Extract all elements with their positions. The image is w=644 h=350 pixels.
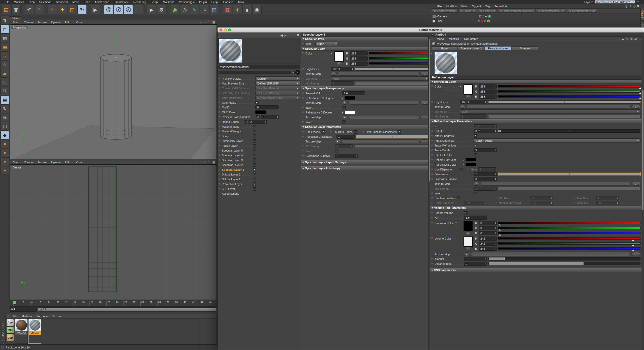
anim-dot[interactable] — [431, 149, 433, 151]
main-menu-item[interactable]: Snap — [81, 1, 93, 4]
texture-map-field[interactable] — [471, 252, 631, 256]
viewport-menu-item[interactable]: Camere — [21, 21, 36, 24]
channel-row[interactable]: Diffuse Layer 1 — [219, 172, 300, 177]
chevron-down-icon[interactable]: ▾ — [431, 52, 433, 55]
viewport-menu-item[interactable]: Viste — [11, 21, 21, 24]
add-material-button[interactable]: ▦ — [223, 5, 232, 14]
object-row-camera[interactable]: Camera ⊕ — [431, 14, 640, 19]
scrollbar[interactable] — [642, 33, 644, 350]
texture-arrow-button[interactable] — [342, 115, 348, 119]
brightness-slider[interactable] — [355, 67, 429, 71]
channel-checkbox[interactable] — [253, 187, 256, 191]
chevron-right-icon[interactable]: ▸ — [463, 159, 464, 161]
matid-input[interactable]: 0 — [255, 105, 279, 109]
channel-row[interactable]: Specular Layer 3 — [219, 158, 300, 162]
environment-button[interactable]: ☀ — [233, 5, 242, 14]
fix-dark-edges-checkbox[interactable] — [354, 130, 357, 134]
channel-checkbox[interactable]: ✔ — [253, 182, 256, 186]
pan-view-icon[interactable]: + — [199, 161, 203, 164]
b-slider[interactable] — [498, 247, 640, 250]
b-slider[interactable] — [369, 62, 429, 65]
om-menu-item[interactable]: Segnalibri — [492, 5, 509, 8]
anim-dot[interactable] — [302, 43, 304, 45]
channel-checkbox[interactable] — [253, 149, 256, 152]
om-menu-item[interactable]: Oggetti — [470, 5, 483, 8]
coordinate-system-button[interactable]: ∟ — [134, 5, 143, 14]
main-menu-item[interactable]: Strumenti — [54, 1, 70, 4]
channel-row[interactable]: Specular Layer 4 — [219, 153, 300, 158]
channel-checkbox[interactable] — [253, 134, 256, 138]
channel-row[interactable]: Luminosity Layer — [219, 138, 300, 143]
anim-dot[interactable] — [431, 222, 433, 224]
polygons-mode-button[interactable]: ▰ — [1, 69, 9, 78]
distance-bias-input[interactable]: 0 — [464, 262, 487, 266]
anim-dot[interactable] — [431, 212, 433, 214]
anim-dot[interactable] — [302, 111, 304, 113]
texture-arrow-button[interactable] — [335, 140, 341, 143]
reflect-exit-color-swatch[interactable] — [466, 158, 476, 161]
pointer-icon[interactable]: ▲ — [622, 37, 625, 41]
editor-unchanged-button[interactable]: ▦Editor Invariato — [432, 9, 458, 13]
shader-badge-adv[interactable]: Adv — [6, 319, 14, 326]
convert-tool-button[interactable]: ⇅ — [1, 16, 9, 25]
brightness-input[interactable]: 100 % — [331, 67, 354, 71]
main-menu-item[interactable]: Sculpt — [148, 1, 161, 4]
material-thumbnail[interactable]: VRayAd — [15, 319, 28, 344]
mtlid-color-swatch[interactable] — [255, 110, 266, 114]
spline-pen-button[interactable]: ✎ — [190, 5, 199, 14]
texture-map-field[interactable] — [467, 105, 631, 109]
tab-refraction-layer[interactable]: Refraction Layer — [485, 46, 511, 50]
expand-color-button[interactable] — [465, 231, 471, 235]
volume-ior-input[interactable]: 1.6 — [464, 216, 487, 220]
texture-map-field[interactable] — [349, 101, 419, 105]
add-null-button[interactable]: ◉ — [170, 5, 179, 14]
renderer-on-button[interactable]: ▤Renderizzatore On — [536, 9, 566, 13]
anim-dot[interactable] — [302, 68, 304, 70]
assign-section-label-row[interactable]: Assegnazione — [219, 191, 300, 196]
use-exit-color-checkbox[interactable] — [474, 153, 477, 157]
reflection-glossiness-input[interactable]: 1 — [336, 135, 355, 139]
anim-dot[interactable] — [431, 258, 433, 260]
render-visibility-dot[interactable] — [482, 17, 484, 18]
anim-dot[interactable] — [431, 159, 433, 161]
link-highlight-gloss-checkbox[interactable]: ✔ — [398, 130, 401, 134]
g-input[interactable]: 255 — [350, 56, 368, 61]
b-input[interactable]: 255 — [479, 95, 497, 99]
eye-icon[interactable]: ◇ — [633, 5, 635, 8]
anim-dot[interactable] — [219, 82, 221, 84]
g-input[interactable]: 255 — [479, 90, 497, 94]
anim-dot[interactable] — [219, 121, 221, 123]
anim-dot[interactable] — [431, 164, 433, 166]
record-keyframe-button[interactable]: ◎ — [180, 5, 189, 14]
channel-checkbox[interactable]: ✔ — [253, 168, 256, 171]
r-slider[interactable] — [498, 237, 640, 240]
scale-tool-button[interactable]: ◱ — [68, 5, 77, 14]
affect-channels-dropdown[interactable]: Color + Alpha▾ — [474, 138, 640, 143]
main-menu-item[interactable]: Plugin — [197, 1, 209, 4]
trace-depth-input[interactable]: 5 — [474, 148, 497, 152]
zoom-view-icon[interactable]: ◇ — [203, 161, 207, 164]
right-viewport[interactable]: Destra — [10, 164, 217, 300]
forward-icon[interactable]: ▶ — [285, 34, 287, 37]
scrollbar[interactable] — [428, 33, 430, 350]
fresnel-ior-input[interactable]: 1.6 — [342, 91, 365, 95]
b-slider[interactable] — [498, 95, 640, 98]
viewport-menu-item[interactable]: Mostra — [36, 161, 49, 164]
texture-map-field[interactable] — [480, 182, 631, 186]
edges-mode-button[interactable]: ◇ — [1, 60, 9, 69]
render-visibility-dot[interactable] — [481, 21, 483, 22]
playhead[interactable] — [13, 301, 16, 304]
trace-refractions-checkbox[interactable]: ✔ — [474, 144, 477, 147]
anim-dot[interactable] — [431, 135, 433, 137]
chevron-right-icon[interactable]: ▸ — [292, 71, 295, 74]
use-dispersion-checkbox[interactable] — [459, 168, 463, 171]
amount-slider[interactable] — [488, 257, 640, 260]
brightness-slider[interactable] — [488, 100, 640, 104]
perspective-viewport[interactable]: Prospettiva Y — [10, 24, 217, 159]
emission-color-swatch[interactable] — [464, 221, 473, 231]
anim-dot[interactable] — [219, 140, 221, 142]
r-input[interactable]: 255 — [479, 84, 497, 89]
matmgr-menu-item[interactable]: File — [10, 315, 19, 318]
brightness-input[interactable]: 100 % — [460, 100, 487, 104]
layout-dropdown[interactable]: Interfaccia di Avvio (Utente)▾ — [595, 0, 635, 4]
